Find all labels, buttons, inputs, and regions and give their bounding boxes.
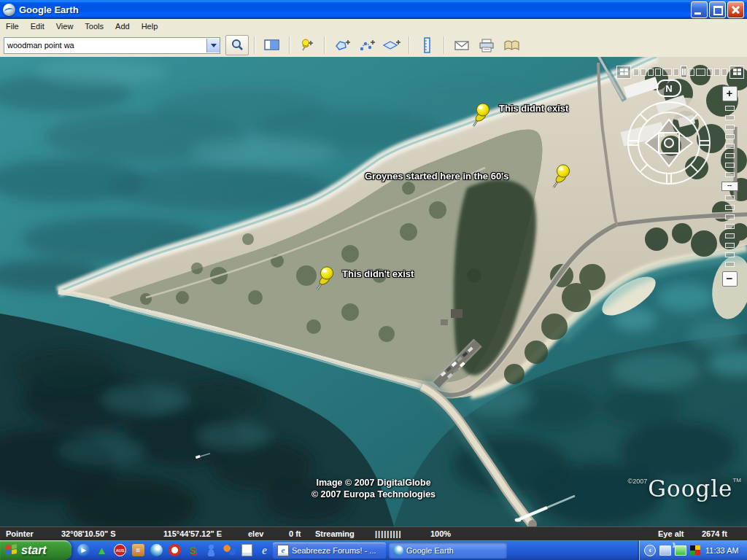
pointer-label: Pointer [6, 529, 34, 538]
close-button[interactable] [727, 1, 744, 18]
menu-add[interactable]: Add [109, 20, 136, 33]
email-button[interactable] [450, 35, 473, 55]
task-button-google-earth[interactable]: Google Earth [389, 542, 507, 559]
overlay-slider-control [616, 66, 744, 78]
search-input[interactable] [4, 41, 206, 50]
menu-view[interactable]: View [50, 20, 80, 33]
color-grid-app-icon[interactable] [690, 545, 700, 555]
search-combobox [4, 37, 220, 54]
eye-altitude-value: 2674 ft [702, 529, 727, 538]
zoom-slider: + -- − [719, 86, 740, 287]
navigation-compass[interactable]: N [621, 79, 717, 200]
taskbar-clock[interactable]: 11:33 AM [705, 546, 739, 555]
google-earth-launch-icon[interactable] [150, 544, 163, 556]
image-viewer-icon[interactable] [241, 544, 252, 556]
status-bar: Pointer 32°08'10.50" S 115°44'57.12" E e… [0, 526, 747, 541]
elevation-label: elev [248, 529, 263, 538]
remote-display-icon[interactable] [675, 545, 686, 556]
ruler-icon [419, 37, 435, 53]
zoom-track-lower[interactable] [725, 195, 735, 267]
pointer-latitude: 32°08'10.50" S [61, 529, 116, 538]
menu-bar: File Edit View Tools Add Help [0, 19, 747, 34]
hide-icons-chevron[interactable]: ‹ [644, 545, 656, 556]
placemark-label-2[interactable]: Groynes started here in the 60's [365, 171, 508, 182]
overlay-left-button[interactable] [616, 66, 631, 79]
google-earth-globe-icon [393, 545, 403, 556]
blue-person-app-icon[interactable] [205, 544, 217, 556]
toggle-sidebar-button[interactable] [260, 35, 284, 55]
search-button[interactable] [225, 35, 249, 55]
email-icon [454, 39, 470, 52]
add-placemark-icon [299, 38, 315, 52]
menu-help[interactable]: Help [136, 20, 164, 33]
green-app-icon[interactable] [96, 544, 108, 556]
orange-files-app-icon[interactable] [132, 544, 144, 556]
pointer-longitude: 115°44'57.12" E [163, 529, 222, 538]
messenger-icon[interactable] [223, 544, 236, 556]
window-title: Google Earth [19, 4, 79, 15]
placemark-label-3[interactable]: This didn't exist [342, 268, 414, 279]
zoom-slider-handle[interactable]: -- [721, 182, 738, 191]
streaming-percent: 100% [430, 529, 451, 538]
quick-launch-bar [77, 540, 271, 560]
search-dropdown-arrow[interactable] [206, 39, 220, 52]
ie-page-icon: e [277, 545, 289, 556]
add-placemark-button[interactable] [295, 35, 319, 55]
internet-explorer-icon[interactable] [258, 544, 271, 556]
add-path-button[interactable] [355, 35, 379, 55]
overlay-right-button[interactable] [729, 66, 744, 79]
add-path-icon [359, 39, 376, 52]
print-button[interactable] [475, 35, 498, 55]
system-tray: ‹ 11:33 AM [639, 540, 747, 560]
open-map-book-icon [503, 39, 520, 52]
compass-north-label: N [665, 83, 672, 94]
zoom-out-button[interactable]: − [722, 271, 738, 287]
aus-app-icon[interactable] [114, 544, 126, 556]
task-label-seabreeze: Seabreeze Forums! - ... [292, 546, 376, 555]
view-in-maps-button[interactable] [500, 35, 523, 55]
task-label-google-earth: Google Earth [406, 546, 454, 555]
add-polygon-icon [334, 39, 351, 52]
add-image-overlay-button[interactable] [380, 35, 403, 55]
eye-altitude-label: Eye alt [658, 529, 684, 538]
toolbar [0, 34, 747, 58]
s-app-icon[interactable] [187, 544, 199, 556]
red-ring-app-icon[interactable] [169, 544, 181, 556]
ruler-button[interactable] [415, 35, 438, 55]
add-polygon-button[interactable] [330, 35, 354, 55]
wireless-network-icon[interactable] [659, 545, 671, 556]
windows-taskbar: start e Seabreeze Forums! - ... Google E… [0, 540, 747, 560]
menu-tools[interactable]: Tools [79, 20, 109, 33]
start-button[interactable]: start [0, 540, 71, 560]
zoom-in-button[interactable]: + [722, 86, 738, 101]
placemark-label-1[interactable]: This didnt exist [499, 103, 568, 114]
windows-flag-icon [6, 544, 18, 556]
desktop: Google Earth File Edit View Tools Add He… [0, 0, 747, 560]
minimize-button[interactable] [691, 1, 708, 18]
elevation-value: 0 ft [289, 529, 301, 538]
sidebar-toggle-icon [264, 39, 280, 52]
overlay-slider-track[interactable] [633, 66, 727, 78]
menu-edit[interactable]: Edit [25, 20, 50, 33]
google-earth-app-icon [3, 4, 15, 16]
window-titlebar: Google Earth [0, 0, 747, 19]
overlay-slider-handle[interactable] [681, 66, 687, 78]
restore-button[interactable] [709, 1, 726, 18]
start-button-label: start [21, 544, 47, 557]
add-image-overlay-icon [383, 39, 400, 52]
media-player-icon[interactable] [77, 544, 90, 556]
map-viewport[interactable]: This didnt exist Groynes started here in… [0, 57, 747, 526]
streaming-progress-bars: ||||||||| [375, 529, 402, 538]
zoom-track-upper[interactable] [725, 106, 735, 177]
task-button-seabreeze[interactable]: e Seabreeze Forums! - ... [273, 542, 386, 559]
search-icon [230, 38, 244, 52]
menu-file[interactable]: File [0, 20, 25, 33]
streaming-label: Streaming [315, 529, 355, 538]
print-icon [479, 39, 495, 52]
